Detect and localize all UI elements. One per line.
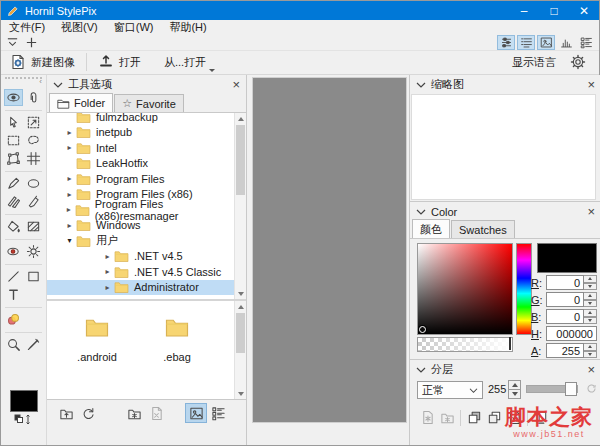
- pattern-fill-tool[interactable]: [24, 218, 43, 235]
- tree-collapsed-arrow-icon[interactable]: ▸: [101, 252, 114, 261]
- menu-view[interactable]: 视图(V): [53, 20, 106, 34]
- maximize-button[interactable]: □: [539, 1, 569, 20]
- a-value-input[interactable]: 255: [546, 343, 584, 358]
- file-item[interactable]: .ebag: [141, 317, 213, 363]
- close-panel-icon[interactable]: ×: [587, 205, 595, 218]
- duplicate-layer-button[interactable]: [464, 409, 484, 426]
- tree-item[interactable]: ▸Program Files: [47, 171, 234, 187]
- collapse-chevron-icon[interactable]: [53, 81, 63, 89]
- minimize-button[interactable]: –: [509, 1, 539, 20]
- tab-list-icon[interactable]: [4, 35, 20, 50]
- tree-item[interactable]: LeakHotfix: [47, 156, 234, 172]
- sv-cursor[interactable]: [419, 326, 426, 333]
- zoom-tool[interactable]: [4, 336, 23, 353]
- close-panel-icon[interactable]: ×: [587, 78, 595, 91]
- copy-layer-button[interactable]: [531, 409, 551, 426]
- a-spinner[interactable]: [584, 343, 597, 358]
- tree-item[interactable]: ▾用户: [47, 233, 234, 249]
- rectangle-shape-tool[interactable]: [24, 268, 43, 285]
- toolbox-collapse-handle[interactable]: ‹: [5, 77, 42, 89]
- menu-window[interactable]: 窗口(W): [106, 20, 162, 34]
- clone-tool[interactable]: [4, 311, 23, 328]
- tree-scrollbar[interactable]: [234, 113, 246, 299]
- b-value-input[interactable]: 0: [546, 309, 584, 324]
- collapse-chevron-icon[interactable]: [416, 81, 426, 89]
- new-image-button[interactable]: 新建图像: [1, 53, 84, 73]
- tree-item[interactable]: ▸inetpub: [47, 125, 234, 141]
- r-spinner[interactable]: [584, 275, 597, 290]
- alpha-slider[interactable]: [417, 337, 513, 352]
- tab-favorite[interactable]: ☆Favorite: [114, 94, 184, 112]
- reset-opacity-icon[interactable]: [586, 383, 597, 396]
- tree-item[interactable]: ▸Administrator: [47, 280, 234, 296]
- panel-sliders-icon[interactable]: [497, 35, 515, 50]
- crop-grid-tool[interactable]: [24, 150, 43, 167]
- show-language-button[interactable]: 显示语言: [505, 53, 563, 73]
- tree-collapsed-arrow-icon[interactable]: ▸: [101, 283, 114, 292]
- tree-item[interactable]: ▸Program Files (x86)resmanager: [47, 202, 234, 218]
- tree-collapsed-arrow-icon[interactable]: ▸: [63, 174, 76, 183]
- alpha-slider-handle[interactable]: [509, 337, 511, 350]
- tree-item[interactable]: fulmzbackup: [47, 113, 234, 125]
- tree-collapsed-arrow-icon[interactable]: ▸: [63, 143, 76, 152]
- tree-item[interactable]: ▸.NET v4.5 Classic: [47, 264, 234, 280]
- close-button[interactable]: ✕: [569, 1, 599, 20]
- tree-item[interactable]: ▸Intel: [47, 140, 234, 156]
- panel-detail-icon[interactable]: [577, 35, 595, 50]
- opacity-slider[interactable]: [526, 385, 578, 393]
- add-favorite-button[interactable]: [123, 403, 145, 423]
- g-spinner[interactable]: [584, 292, 597, 307]
- lasso-select-tool[interactable]: [24, 132, 43, 149]
- add-tab-icon[interactable]: [23, 35, 39, 50]
- merge-layer-button[interactable]: [484, 409, 504, 426]
- collapse-chevron-icon[interactable]: [416, 366, 426, 374]
- cursor-tool[interactable]: [4, 114, 23, 131]
- parent-folder-button[interactable]: [55, 403, 77, 423]
- pen-tool[interactable]: [4, 175, 23, 192]
- eye-tool[interactable]: [4, 89, 23, 106]
- panel-list-icon[interactable]: [517, 35, 535, 50]
- b-spinner[interactable]: [584, 309, 597, 324]
- opacity-slider-handle[interactable]: [565, 382, 577, 396]
- eyedropper-tool[interactable]: [24, 336, 43, 353]
- brightness-tool[interactable]: [24, 243, 43, 260]
- blend-mode-select[interactable]: 正常: [417, 381, 483, 399]
- tab-color-colors[interactable]: 颜色: [412, 219, 450, 238]
- open-from-button[interactable]: 从...打开: [150, 53, 215, 73]
- g-value-input[interactable]: 0: [546, 292, 584, 307]
- marquee-select-tool[interactable]: [4, 132, 23, 149]
- text-tool[interactable]: [4, 286, 23, 303]
- file-item[interactable]: .android: [61, 317, 133, 363]
- file-list-scrollbar[interactable]: [234, 301, 246, 399]
- tree-collapsed-arrow-icon[interactable]: ▸: [101, 267, 114, 276]
- transform-select-tool[interactable]: [24, 114, 43, 131]
- red-eye-tool[interactable]: [4, 243, 23, 260]
- panel-histogram-icon[interactable]: [557, 35, 575, 50]
- refresh-button[interactable]: [77, 403, 99, 423]
- tree-expanded-arrow-icon[interactable]: ▾: [63, 236, 76, 245]
- canvas-area[interactable]: [252, 77, 407, 423]
- delete-layer-button[interactable]: [504, 409, 524, 426]
- tree-item[interactable]: ▸.NET v4.5: [47, 249, 234, 265]
- foreground-color-swatch[interactable]: [10, 390, 38, 412]
- swap-colors-icon[interactable]: [1, 414, 46, 425]
- collapse-chevron-icon[interactable]: [416, 208, 426, 216]
- close-panel-icon[interactable]: ×: [232, 78, 240, 91]
- distort-tool[interactable]: [4, 150, 23, 167]
- menu-file[interactable]: 文件(F): [1, 20, 53, 34]
- menu-help[interactable]: 帮助(H): [161, 20, 214, 34]
- hue-slider[interactable]: [516, 243, 532, 335]
- thumbnail-view-button[interactable]: [185, 403, 207, 423]
- tab-folder[interactable]: Folder: [49, 93, 113, 112]
- clip-tool[interactable]: [24, 89, 43, 106]
- line-tool[interactable]: [4, 268, 23, 285]
- h-value-input[interactable]: 000000: [546, 326, 597, 341]
- eraser-knife-tool[interactable]: [24, 193, 43, 210]
- tab-color-swatches[interactable]: Swatches: [451, 220, 515, 238]
- detail-view-button[interactable]: [207, 403, 229, 423]
- panel-image-icon[interactable]: [537, 35, 555, 50]
- tree-collapsed-arrow-icon[interactable]: ▸: [63, 221, 76, 230]
- tree-collapsed-arrow-icon[interactable]: ▸: [63, 128, 76, 137]
- tree-collapsed-arrow-icon[interactable]: ▸: [63, 190, 76, 199]
- tree-collapsed-arrow-icon[interactable]: ▸: [63, 205, 75, 214]
